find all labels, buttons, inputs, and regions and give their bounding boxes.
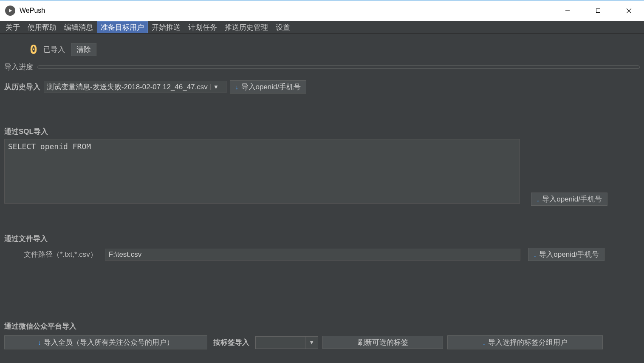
import-count: 0 xyxy=(30,42,37,57)
file-path-input[interactable] xyxy=(105,249,520,261)
sql-import-button[interactable]: ↓ 导入openid/手机号 xyxy=(531,193,607,206)
tab-schedule[interactable]: 计划任务 xyxy=(184,21,221,33)
import-all-button[interactable]: ↓ 导入全员（导入所有关注公众号的用户） xyxy=(4,335,207,349)
maximize-button[interactable] xyxy=(583,0,613,21)
tab-history[interactable]: 推送历史管理 xyxy=(221,21,272,33)
history-import-button-label: 导入openid/手机号 xyxy=(241,82,301,92)
download-icon: ↓ xyxy=(537,196,540,203)
dropdown-icon: ▼ xyxy=(210,84,219,90)
import-selected-tags-button[interactable]: ↓ 导入选择的标签分组用户 xyxy=(447,335,603,349)
download-icon: ↓ xyxy=(483,339,486,346)
sql-section: 通过SQL导入 ↓ 导入openid/手机号 xyxy=(4,124,640,206)
refresh-tags-button[interactable]: 刷新可选的标签 xyxy=(322,336,443,349)
window-controls xyxy=(552,0,644,21)
tag-import-label: 按标签导入 xyxy=(212,337,251,347)
file-section-title: 通过文件导入 xyxy=(4,231,640,246)
app-icon xyxy=(5,6,15,16)
file-import-button[interactable]: ↓ 导入openid/手机号 xyxy=(528,248,604,261)
tabbar: 关于 使用帮助 编辑消息 准备目标用户 开始推送 计划任务 推送历史管理 设置 xyxy=(0,21,644,34)
progress-bar xyxy=(37,65,640,69)
history-select[interactable]: 测试变量消息-发送失败-2018-02-07 12_46_47.csv ▼ xyxy=(44,81,226,93)
svg-rect-1 xyxy=(596,9,600,13)
download-icon: ↓ xyxy=(235,83,239,91)
tab-about[interactable]: 关于 xyxy=(2,21,24,33)
file-import-button-label: 导入openid/手机号 xyxy=(539,250,599,259)
history-import-row: 从历史导入 测试变量消息-发送失败-2018-02-07 12_46_47.cs… xyxy=(4,78,640,100)
history-select-value: 测试变量消息-发送失败-2018-02-07 12_46_47.csv xyxy=(47,82,208,92)
download-icon: ↓ xyxy=(534,251,537,258)
titlebar-left: WePush xyxy=(0,6,45,16)
tag-select[interactable]: ▼ xyxy=(255,336,318,349)
wechat-section-title: 通过微信公众平台导入 xyxy=(4,319,640,334)
import-label: 已导入 xyxy=(43,45,65,54)
sql-import-button-label: 导入openid/手机号 xyxy=(542,194,602,204)
minimize-button[interactable] xyxy=(552,0,583,21)
content: 0 已导入 清除 导入进度 从历史导入 测试变量消息-发送失败-2018-02-… xyxy=(0,34,644,363)
download-icon: ↓ xyxy=(38,339,41,346)
tab-help[interactable]: 使用帮助 xyxy=(24,21,60,33)
file-section: 通过文件导入 文件路径（*.txt,*.csv） ↓ 导入openid/手机号 xyxy=(4,231,640,263)
import-all-button-label: 导入全员（导入所有关注公众号的用户） xyxy=(44,337,174,347)
progress-row: 导入进度 xyxy=(4,62,640,78)
tab-start-push[interactable]: 开始推送 xyxy=(148,21,184,33)
sql-section-title: 通过SQL导入 xyxy=(4,124,640,139)
progress-label: 导入进度 xyxy=(4,62,33,72)
import-header: 0 已导入 清除 xyxy=(4,37,640,62)
app-title: WePush xyxy=(20,7,45,14)
file-path-label: 文件路径（*.txt,*.csv） xyxy=(4,250,97,259)
tab-settings[interactable]: 设置 xyxy=(272,21,294,33)
history-import-button[interactable]: ↓ 导入openid/手机号 xyxy=(230,80,306,94)
tab-edit-msg[interactable]: 编辑消息 xyxy=(60,21,97,33)
wechat-section: 通过微信公众平台导入 ↓ 导入全员（导入所有关注公众号的用户） 按标签导入 ▼ … xyxy=(4,319,640,351)
close-button[interactable] xyxy=(613,0,644,21)
titlebar: WePush xyxy=(0,0,644,21)
history-import-label: 从历史导入 xyxy=(4,82,40,92)
dropdown-icon: ▼ xyxy=(305,337,318,349)
import-selected-tags-label: 导入选择的标签分组用户 xyxy=(488,337,568,347)
tab-prepare-users[interactable]: 准备目标用户 xyxy=(97,21,148,33)
clear-button[interactable]: 清除 xyxy=(71,43,96,56)
